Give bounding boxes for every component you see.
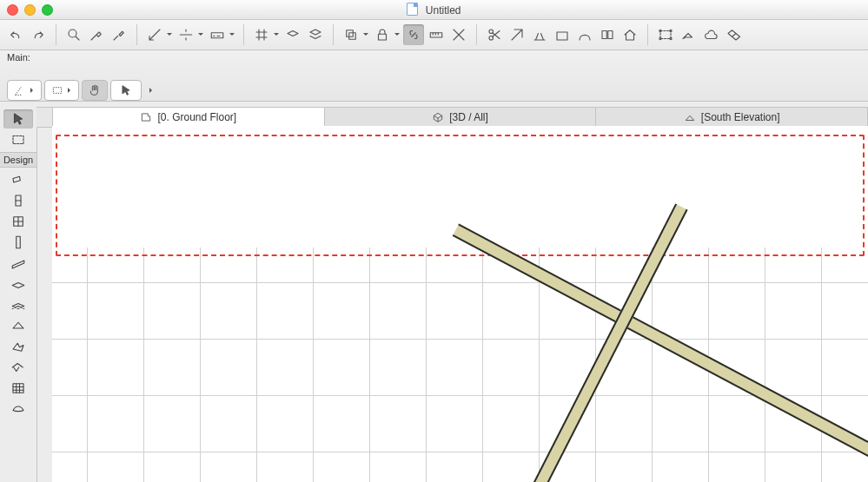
context-bar: Main: (0, 50, 868, 102)
tab-3d-all[interactable]: [3D / All] (325, 108, 597, 127)
context-label: Main: (7, 52, 861, 63)
tab-label: [3D / All] (449, 111, 488, 123)
plane-2-button[interactable] (305, 24, 326, 45)
tab-gutter (36, 108, 53, 127)
ruler-tool-button[interactable] (426, 24, 447, 45)
document-icon (407, 3, 418, 16)
hand-tool-button[interactable] (82, 80, 108, 101)
svg-rect-20 (13, 384, 23, 393)
plane-1-button[interactable] (282, 24, 303, 45)
tool-palette: Design (0, 107, 37, 482)
window-close-button[interactable] (7, 4, 18, 16)
link-tool-button[interactable] (403, 24, 424, 45)
window-zoom-button[interactable] (42, 4, 53, 16)
view-tabstrip: [0. Ground Floor] [3D / All] [South Elev… (36, 107, 868, 128)
layers-dropdown[interactable] (341, 24, 370, 45)
tab-label: [0. Ground Floor] (157, 111, 236, 123)
drawing-canvas[interactable] (52, 126, 868, 482)
merge-button[interactable] (552, 24, 573, 45)
skylight-tool[interactable] (3, 358, 33, 377)
selection-mode-picker[interactable] (44, 80, 79, 101)
marquee-tool[interactable] (3, 130, 33, 149)
elevation-icon (684, 111, 696, 123)
stair-tool[interactable] (3, 295, 33, 314)
svg-point-0 (69, 30, 76, 37)
door-tool[interactable] (3, 191, 33, 210)
tab-south-elevation[interactable]: [South Elevation] (596, 108, 868, 127)
toolbar-separator (333, 24, 334, 45)
shell-tool[interactable] (3, 337, 33, 356)
grid-snap-dropdown[interactable] (251, 24, 281, 45)
toolbar-separator (476, 24, 477, 45)
window-tool[interactable] (3, 212, 33, 231)
arrow-submenu[interactable] (144, 81, 156, 100)
toolbar-separator (647, 24, 648, 45)
bounds-button[interactable] (655, 24, 676, 45)
svg-rect-3 (349, 33, 356, 40)
erase-button[interactable] (678, 24, 699, 45)
column-tool[interactable] (3, 233, 33, 252)
toolbar-separator (243, 24, 244, 45)
window-title-text: Untitled (426, 4, 461, 17)
tab-ground-floor[interactable]: [0. Ground Floor] (53, 108, 325, 128)
curve-button[interactable] (574, 24, 595, 45)
cube-icon (432, 111, 444, 123)
window-title: Untitled (0, 3, 868, 17)
svg-rect-19 (17, 236, 21, 248)
coord-tool-dropdown[interactable] (207, 24, 236, 45)
svg-rect-10 (660, 31, 671, 39)
svg-rect-4 (379, 34, 387, 40)
eyedropper-button[interactable] (86, 24, 107, 45)
toolbar-separator (56, 24, 56, 45)
wall-tool[interactable] (3, 170, 33, 189)
curtainwall-tool[interactable] (3, 379, 33, 398)
window-minimize-button[interactable] (24, 4, 36, 16)
measure-tool-dropdown[interactable] (144, 24, 174, 45)
svg-rect-15 (53, 88, 61, 94)
canvas-grid (52, 248, 868, 482)
home-button[interactable] (620, 24, 640, 45)
main-toolbar (0, 20, 868, 50)
lock-dropdown[interactable] (372, 24, 401, 45)
search-button[interactable] (63, 24, 84, 45)
cloud-button[interactable] (700, 24, 721, 45)
split-button[interactable] (597, 24, 618, 45)
adjust-button[interactable] (507, 24, 527, 45)
roof-tool[interactable] (3, 316, 33, 335)
morph-tool[interactable] (3, 399, 33, 419)
svg-rect-9 (608, 31, 613, 39)
geometry-method-picker[interactable] (7, 80, 42, 101)
target-button[interactable] (448, 24, 469, 45)
scissors-button[interactable] (484, 24, 505, 45)
redo-button[interactable] (28, 24, 49, 45)
floorplan-icon (140, 111, 152, 123)
arrow-tool[interactable] (3, 109, 33, 129)
guideline-tool-dropdown[interactable] (176, 24, 205, 45)
window-titlebar: Untitled (0, 0, 868, 20)
arrow-cursor-button[interactable] (110, 80, 142, 101)
window-traffic-lights (7, 4, 53, 16)
svg-rect-2 (347, 30, 354, 37)
syringe-button[interactable] (109, 24, 129, 45)
edge-lift-button[interactable] (529, 24, 550, 45)
svg-point-13 (659, 37, 661, 39)
beam-tool[interactable] (3, 254, 33, 273)
shapes-button[interactable] (723, 24, 744, 45)
tab-label: [South Elevation] (701, 111, 780, 123)
svg-rect-1 (211, 33, 223, 38)
slab-tool[interactable] (3, 274, 33, 294)
svg-rect-5 (430, 33, 442, 37)
undo-button[interactable] (5, 24, 26, 45)
svg-rect-8 (602, 31, 606, 39)
svg-rect-16 (13, 136, 23, 144)
toolbar-separator (136, 24, 137, 45)
palette-design-label: Design (0, 152, 36, 168)
